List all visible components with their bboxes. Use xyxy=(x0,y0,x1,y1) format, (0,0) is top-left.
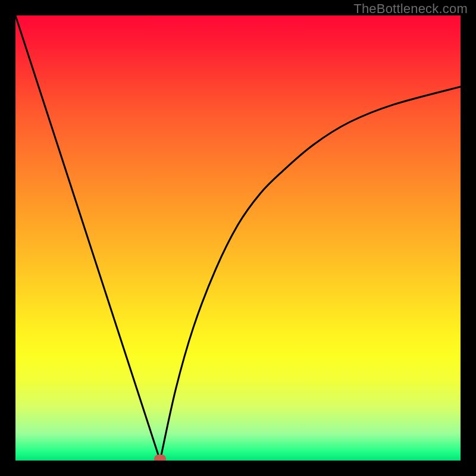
plot-area xyxy=(15,15,461,461)
left-slope-line xyxy=(15,15,160,461)
watermark-text: TheBottleneck.com xyxy=(353,1,468,17)
minimum-marker xyxy=(154,455,166,461)
curve-layer xyxy=(15,15,461,461)
chart-frame: TheBottleneck.com xyxy=(0,0,476,476)
right-curve-line xyxy=(160,87,461,461)
